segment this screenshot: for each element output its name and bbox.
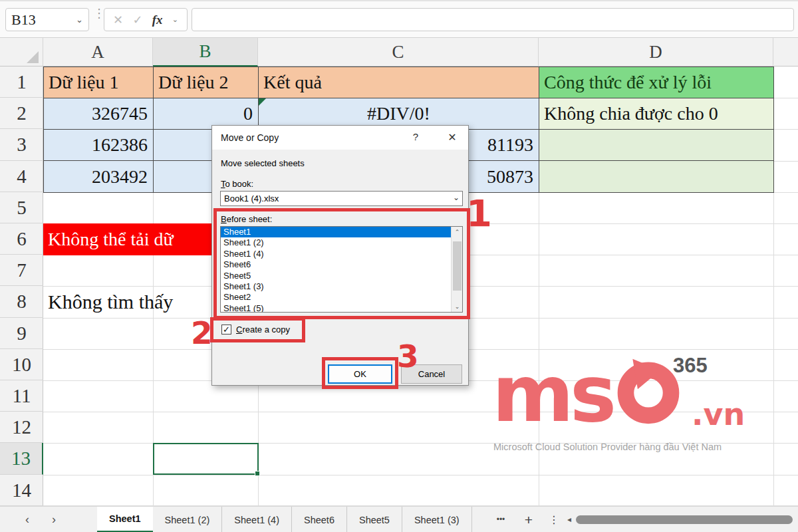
cell-B1[interactable]: Dữ liệu 2 [153,66,259,98]
tab-menu-icon[interactable]: ⋮ [545,507,563,532]
error-indicator-icon [259,98,266,106]
next-sheet-icon[interactable]: › [44,507,64,532]
row-header-12[interactable]: 12 [0,412,43,443]
tab-sheet1-2[interactable]: Sheet1 (2) [153,507,223,532]
hscroll-left-icon[interactable]: ◂ [564,507,575,532]
tab-sheet1-4[interactable]: Sheet1 (4) [222,507,292,532]
watermark-tagline: Microsoft Cloud Solution Provider hàng đ… [493,442,722,452]
logo-circle-arrow-icon [614,356,683,426]
cell-C1[interactable]: Kết quả [258,66,539,98]
more-sheets-icon[interactable]: ••• [489,507,513,532]
annotation-step-2: 2 [191,315,213,351]
tab-sheet1-3[interactable]: Sheet1 (3) [402,507,472,532]
cell-A1[interactable]: Dữ liệu 1 [43,66,154,98]
row-header-14[interactable]: 14 [0,475,43,506]
fill-handle[interactable] [255,471,260,476]
dialog-title: Move or Copy [221,132,279,143]
to-book-dropdown[interactable]: Book1 (4).xlsx ⌄ [220,191,463,206]
excel-window: B13 ⌄ ⋮ ✕ ✓ fx ⌄ A B C D 1 2 3 4 5 6 7 8… [0,0,798,532]
row-header-10[interactable]: 10 [0,349,43,380]
cancel-entry-icon[interactable]: ✕ [113,13,123,27]
gridline [43,475,798,475]
cell-D4[interactable] [539,160,774,193]
prev-sheet-icon[interactable]: ‹ [17,507,37,532]
row-header-4[interactable]: 4 [0,161,43,192]
row-header-2[interactable]: 2 [0,98,43,129]
row-header-3[interactable]: 3 [0,129,43,161]
row-header-8[interactable]: 8 [0,286,43,318]
mso-logo: ms [492,356,683,426]
formula-buttons: ✕ ✓ fx ⌄ [104,8,188,31]
sheet-tabs: Sheet1 Sheet1 (2) Sheet1 (4) Sheet6 Shee… [97,507,472,532]
annotation-box-3 [322,357,398,389]
column-header-d[interactable]: D [539,38,773,66]
cell-D3[interactable] [539,129,774,161]
cell-D1[interactable]: Công thức để xử lý lỗi [539,66,774,98]
dialog-subtitle: Move selected sheets [221,158,305,168]
chevron-down-icon: ⌄ [453,193,460,202]
column-header-b[interactable]: B [153,38,258,66]
logo-vn-text: .vn [692,396,745,432]
to-book-label: To book: [221,179,253,189]
logo-ms-text: ms [492,362,612,426]
tab-sheet6[interactable]: Sheet6 [292,507,347,532]
row-header-7[interactable]: 7 [0,255,43,286]
row-header-9[interactable]: 9 [0,318,43,349]
name-box-value: B13 [11,11,76,29]
cell-A4[interactable]: 203492 [43,160,154,193]
annotation-step-1: 1 [466,192,492,235]
selected-cell-b13[interactable] [153,443,259,475]
column-header-a[interactable]: A [43,38,153,66]
dialog-titlebar[interactable]: Move or Copy [212,126,468,150]
new-sheet-icon[interactable]: + [519,507,539,532]
column-headers: A B C D [0,38,798,66]
cell-A2[interactable]: 326745 [43,98,154,130]
row-header-5[interactable]: 5 [0,192,43,223]
formula-bar: B13 ⌄ ⋮ ✕ ✓ fx ⌄ [0,0,798,38]
select-all-triangle-icon [27,51,39,63]
confirm-entry-icon[interactable]: ✓ [132,13,142,27]
row-header-6[interactable]: 6 [0,223,43,255]
sheet-tab-bar: ‹ › Sheet1 Sheet1 (2) Sheet1 (4) Sheet6 … [0,506,798,532]
help-icon[interactable]: ? [408,131,423,146]
drag-dots-icon: ⋮ [93,11,100,17]
tab-sheet1[interactable]: Sheet1 [97,507,153,532]
mso-watermark: 365 ms .vn Microsoft Cloud Solution Prov… [492,351,755,461]
tab-sheet5[interactable]: Sheet5 [347,507,402,532]
annotation-box-2 [210,317,305,342]
annotation-box-1 [213,208,470,319]
close-icon[interactable]: ✕ [443,130,462,146]
column-header-c[interactable]: C [258,38,539,66]
cell-A6[interactable]: Không thể tải dữ [43,223,212,255]
formula-input[interactable] [192,8,794,31]
horizontal-scrollbar-thumb[interactable] [576,515,793,524]
annotation-step-3: 3 [397,338,419,374]
row-header-11[interactable]: 11 [0,380,43,412]
select-all-button[interactable] [0,38,43,66]
row-header-13[interactable]: 13 [0,443,43,475]
name-box[interactable]: B13 ⌄ [5,8,89,31]
row-headers: 1 2 3 4 5 6 7 8 9 10 11 12 13 14 [0,66,43,506]
to-book-value: Book1 (4).xlsx [224,194,279,203]
cell-D2[interactable]: Không chia được cho 0 [539,98,774,130]
cell-A3[interactable]: 162386 [43,129,154,161]
row-header-1[interactable]: 1 [0,66,43,98]
chevron-down-icon[interactable]: ⌄ [76,15,83,25]
insert-function-icon[interactable]: fx [152,13,163,27]
chevron-down-icon[interactable]: ⌄ [172,15,178,24]
